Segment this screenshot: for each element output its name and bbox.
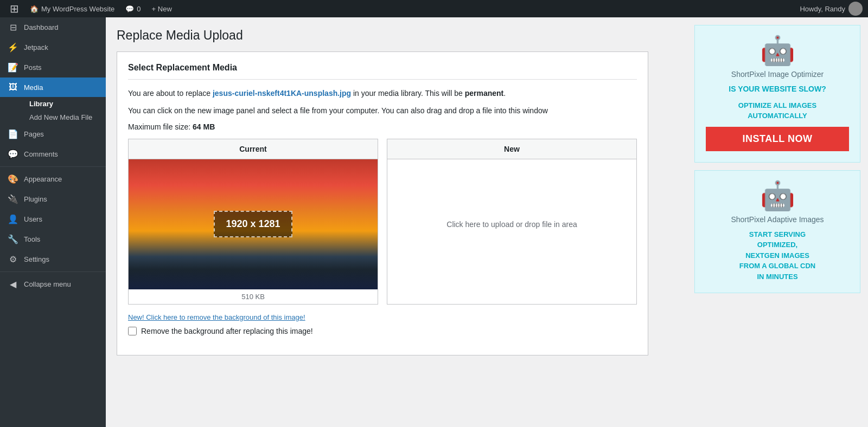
new-media-panel[interactable]: New Click here to upload or drop file in… xyxy=(387,139,637,305)
tools-icon: 🔧 xyxy=(8,234,18,244)
sidebar-item-plugins[interactable]: 🔌 Plugins xyxy=(0,189,106,209)
ad1-subheadline: OPTIMIZE ALL IMAGES AUTOMATICALLY xyxy=(738,100,816,121)
comments-link[interactable]: 💬 0 xyxy=(121,0,145,17)
sidebar-item-library[interactable]: Library xyxy=(24,97,106,111)
media-panels-container: Current 1920 x 1281 510 KB xyxy=(128,139,637,305)
posts-icon: 📝 xyxy=(8,62,18,73)
replace-media-card: Select Replacement Media You are about t… xyxy=(117,51,648,355)
wp-icon: ⊞ xyxy=(10,2,19,15)
desc-suffix: in your media library. This will be xyxy=(351,89,465,98)
comments-count: 0 xyxy=(137,5,141,13)
sidebar-item-add-new[interactable]: Add New Media File xyxy=(24,111,106,124)
sidebar-item-users[interactable]: 👤 Users xyxy=(0,209,106,229)
page-title: Replace Media Upload xyxy=(117,28,648,43)
max-file-value: 64 MB xyxy=(193,122,215,131)
pages-icon: 📄 xyxy=(8,129,18,139)
ad2-robot: 🤖 xyxy=(760,182,795,210)
permanent-text: permanent xyxy=(465,89,504,98)
ad2-headline: START SERVING OPTIMIZED, NEXTGEN IMAGES … xyxy=(739,229,815,282)
remove-bg-checkbox-label[interactable]: Remove the background after replacing th… xyxy=(141,327,313,335)
sidebar-item-label: Comments xyxy=(24,150,58,158)
wp-body: Replace Media Upload Select Replacement … xyxy=(106,17,868,427)
ad-card-2: 🤖 ShortPixel Adaptive Images START SERVI… xyxy=(694,170,860,294)
install-now-button[interactable]: INSTALL NOW xyxy=(706,127,849,151)
dashboard-icon: ⊟ xyxy=(8,22,18,33)
sidebar-item-posts[interactable]: 📝 Posts xyxy=(0,57,106,77)
ad-sidebar: 🤖 ShortPixel Image Optimizer IS YOUR WEB… xyxy=(694,17,868,427)
current-image-preview: 1920 x 1281 xyxy=(129,159,378,289)
body-content: Replace Media Upload Select Replacement … xyxy=(106,17,694,427)
sidebar-item-label: Dashboard xyxy=(24,23,59,31)
admin-sidebar: ⊟ Dashboard ⚡ Jetpack 📝 Posts 🖼 Media Li… xyxy=(0,17,106,427)
desc-prefix: You are about to replace xyxy=(128,89,213,98)
sidebar-item-label: Tools xyxy=(24,235,40,243)
card-heading: Select Replacement Media xyxy=(128,63,637,80)
sidebar-item-label: Appearance xyxy=(24,175,62,183)
ad1-headline: IS YOUR WEBSITE SLOW? xyxy=(729,84,826,95)
settings-icon: ⚙ xyxy=(8,254,18,264)
site-name-link[interactable]: 🏠 My WordPress Website xyxy=(25,0,119,17)
remove-bg-checkbox-row: Remove the background after replacing th… xyxy=(128,327,637,335)
upload-drop-area[interactable]: Click here to upload or drop file in are… xyxy=(387,159,636,289)
sidebar-item-comments[interactable]: 💬 Comments xyxy=(0,144,106,164)
menu-divider xyxy=(0,166,106,167)
sidebar-item-label: Posts xyxy=(24,63,42,72)
current-image-size: 510 KB xyxy=(129,289,378,304)
upload-prompt: Click here to upload or drop file in are… xyxy=(446,220,577,229)
sidebar-item-label: Plugins xyxy=(24,195,47,203)
appearance-icon: 🎨 xyxy=(8,174,18,184)
sidebar-item-label: Pages xyxy=(24,130,44,138)
ad-card-1: 🤖 ShortPixel Image Optimizer IS YOUR WEB… xyxy=(694,25,860,163)
media-icon: 🖼 xyxy=(8,82,18,92)
avatar xyxy=(848,2,863,16)
max-file-label: Maximum file size: xyxy=(128,122,193,131)
comments-icon: 💬 xyxy=(125,5,134,13)
new-content-link[interactable]: + New xyxy=(148,0,176,17)
sidebar-item-label: Users xyxy=(24,215,42,223)
sidebar-item-tools[interactable]: 🔧 Tools xyxy=(0,229,106,249)
desc-end: . xyxy=(503,89,506,98)
current-media-panel: Current 1920 x 1281 510 KB xyxy=(128,139,378,305)
ad1-robot: 🤖 xyxy=(760,36,795,64)
sidebar-item-collapse[interactable]: ◀ Collapse menu xyxy=(0,274,106,294)
sidebar-item-label: Jetpack xyxy=(24,43,48,51)
wp-logo[interactable]: ⊞ xyxy=(5,0,23,17)
collapse-icon: ◀ xyxy=(8,279,18,289)
sidebar-item-media[interactable]: 🖼 Media xyxy=(0,77,106,97)
media-submenu: Library Add New Media File xyxy=(0,97,106,124)
current-image-container: 1920 x 1281 xyxy=(129,159,378,289)
remove-bg-checkbox[interactable] xyxy=(128,327,137,335)
sidebar-item-pages[interactable]: 📄 Pages xyxy=(0,124,106,144)
menu-divider-2 xyxy=(0,271,106,272)
description-line1: You are about to replace jesus-curiel-ns… xyxy=(128,87,637,99)
sidebar-item-label: Settings xyxy=(24,255,49,263)
sidebar-item-label: Collapse menu xyxy=(24,280,71,288)
plugins-icon: 🔌 xyxy=(8,194,18,204)
adminbar-user: Howdy, Randy xyxy=(800,2,863,16)
users-icon: 👤 xyxy=(8,214,18,224)
new-label: + New xyxy=(152,5,172,13)
ad1-title: ShortPixel Image Optimizer xyxy=(731,70,824,79)
admin-bar: ⊞ 🏠 My WordPress Website 💬 0 + New Howdy… xyxy=(0,0,868,17)
home-icon: 🏠 xyxy=(30,5,39,13)
sidebar-item-appearance[interactable]: 🎨 Appearance xyxy=(0,169,106,189)
sidebar-item-dashboard[interactable]: ⊟ Dashboard xyxy=(0,17,106,37)
remove-bg-link[interactable]: New! Click here to remove the background… xyxy=(128,313,637,321)
file-size-info: Maximum file size: 64 MB xyxy=(128,122,637,131)
comments-menu-icon: 💬 xyxy=(8,149,18,159)
current-panel-body: 1920 x 1281 xyxy=(129,159,378,289)
ad2-title: ShortPixel Adaptive Images xyxy=(731,215,824,224)
sidebar-item-label: Media xyxy=(24,83,43,92)
site-name: My WordPress Website xyxy=(41,5,114,13)
howdy-text: Howdy, Randy xyxy=(800,5,845,13)
sidebar-item-settings[interactable]: ⚙ Settings xyxy=(0,249,106,269)
image-dimensions-badge: 1920 x 1281 xyxy=(214,211,292,237)
jetpack-icon: ⚡ xyxy=(8,42,18,53)
current-panel-header: Current xyxy=(129,139,378,159)
main-wrap: Replace Media Upload Select Replacement … xyxy=(117,28,648,355)
new-panel-header: New xyxy=(387,139,636,159)
sidebar-item-jetpack[interactable]: ⚡ Jetpack xyxy=(0,37,106,57)
filename-link[interactable]: jesus-curiel-nskeft4t1KA-unsplash.jpg xyxy=(213,89,351,98)
description-line2: You can click on the new image panel and… xyxy=(128,105,637,117)
